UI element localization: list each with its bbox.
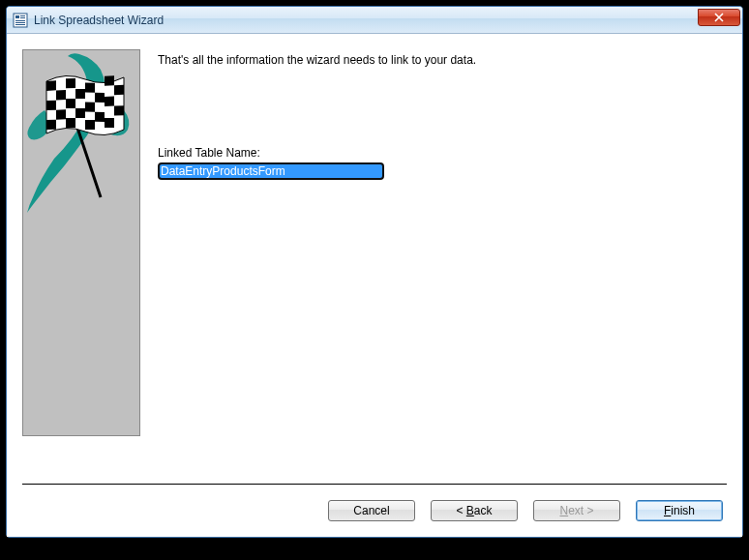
svg-rect-11 (85, 82, 95, 92)
svg-rect-18 (66, 99, 75, 108)
finish-label: Finish (664, 504, 695, 517)
svg-rect-9 (46, 80, 56, 91)
svg-rect-26 (66, 118, 75, 128)
svg-rect-28 (105, 118, 114, 128)
content-area: That's all the information the wizard ne… (7, 34, 742, 537)
app-icon (13, 13, 28, 28)
main-area: That's all the information the wizard ne… (7, 34, 742, 484)
svg-rect-20 (105, 97, 114, 106)
svg-rect-3 (20, 17, 25, 18)
svg-rect-14 (75, 89, 85, 99)
svg-rect-13 (56, 90, 66, 101)
svg-rect-10 (66, 78, 75, 88)
svg-rect-15 (95, 93, 105, 103)
back-button[interactable]: < Back (431, 500, 518, 521)
checkered-flag-icon (25, 52, 137, 222)
svg-rect-4 (15, 20, 25, 21)
button-row: Cancel < Back Next > Finish (7, 485, 742, 537)
window-title: Link Spreadsheet Wizard (34, 14, 164, 27)
cancel-label: Cancel (353, 504, 389, 517)
svg-rect-22 (75, 108, 85, 118)
svg-rect-25 (46, 120, 56, 130)
svg-rect-23 (95, 112, 105, 122)
next-label: Next > (559, 504, 593, 517)
wizard-image-panel (22, 49, 140, 436)
svg-rect-12 (105, 75, 114, 86)
close-button[interactable] (698, 9, 740, 26)
svg-rect-1 (15, 15, 19, 18)
svg-rect-27 (85, 120, 95, 130)
wizard-window: Link Spreadsheet Wizard (6, 6, 743, 538)
right-panel: That's all the information the wizard ne… (140, 49, 727, 484)
titlebar: Link Spreadsheet Wizard (7, 7, 742, 34)
finish-button[interactable]: Finish (636, 500, 723, 521)
svg-rect-24 (114, 105, 124, 115)
svg-rect-17 (46, 101, 56, 110)
svg-rect-6 (15, 24, 25, 25)
linked-table-name-label: Linked Table Name: (158, 146, 727, 160)
close-icon (714, 13, 724, 22)
svg-rect-5 (15, 22, 25, 23)
back-label: < Back (456, 504, 492, 517)
info-text: That's all the information the wizard ne… (158, 53, 727, 67)
linked-table-name-input[interactable] (158, 162, 384, 180)
svg-rect-2 (20, 15, 25, 16)
svg-rect-19 (85, 102, 95, 111)
svg-rect-21 (56, 109, 66, 119)
next-button: Next > (533, 500, 620, 521)
cancel-button[interactable]: Cancel (328, 500, 415, 521)
svg-rect-16 (114, 85, 124, 96)
